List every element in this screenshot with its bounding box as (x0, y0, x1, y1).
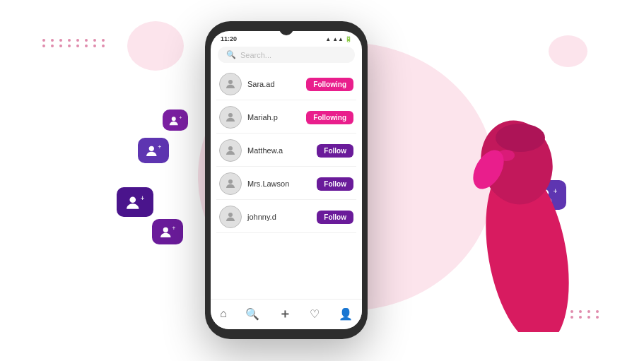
svg-point-23 (228, 213, 233, 217)
following-button[interactable]: Following (306, 111, 353, 124)
svg-point-21 (228, 146, 233, 150)
avatar (219, 206, 242, 228)
nav-add-icon[interactable]: ＋ (279, 305, 291, 322)
username: Matthew.a (247, 146, 311, 155)
user-list: Sara.ad Following Mariah.p Following (211, 69, 362, 233)
floating-bubble-2: + (163, 110, 188, 131)
user-row: Matthew.a Follow (216, 135, 356, 167)
svg-point-4 (129, 196, 136, 203)
avatar (219, 106, 242, 129)
svg-point-0 (149, 146, 154, 151)
svg-point-18 (498, 150, 515, 161)
follow-button[interactable]: Follow (317, 177, 353, 191)
phone-container: 11:20 ▲ ▲▲ 🔋 🔍 Search... (205, 21, 368, 339)
search-bar[interactable]: 🔍 Search... (218, 47, 355, 63)
status-icons: ▲ ▲▲ 🔋 (325, 36, 352, 42)
bg-blob-tl (127, 21, 184, 71)
svg-point-20 (228, 113, 233, 117)
username: Mrs.Lawson (247, 179, 311, 188)
user-row: Mariah.p Following (216, 102, 356, 134)
username: johnny.d (247, 213, 311, 221)
svg-text:+: + (172, 225, 175, 232)
user-row: Sara.ad Following (216, 69, 356, 100)
follow-button[interactable]: Follow (317, 144, 353, 158)
nav-home-icon[interactable]: ⌂ (220, 307, 227, 320)
floating-bubble-4: + (152, 219, 183, 244)
avatar (219, 73, 242, 95)
nav-heart-icon[interactable]: ♡ (310, 307, 320, 321)
floating-bubble-1: + (138, 138, 169, 163)
username: Mariah.p (247, 113, 300, 122)
dot-pattern-left (42, 39, 107, 47)
follow-button[interactable]: Follow (317, 211, 353, 224)
nav-profile-icon[interactable]: 👤 (339, 307, 353, 321)
svg-point-19 (228, 80, 233, 84)
svg-text:+: + (141, 194, 144, 202)
search-placeholder: Search... (240, 51, 271, 59)
phone-screen: 11:20 ▲ ▲▲ 🔋 🔍 Search... (211, 31, 362, 329)
svg-point-2 (172, 117, 176, 121)
floating-bubble-3: + (117, 187, 153, 217)
nav-search-icon[interactable]: 🔍 (245, 307, 259, 321)
status-time: 11:20 (221, 35, 237, 42)
svg-point-6 (163, 227, 168, 232)
phone-notch (279, 21, 293, 35)
search-icon: 🔍 (226, 50, 236, 59)
svg-point-17 (496, 124, 545, 152)
user-row: Mrs.Lawson Follow (216, 168, 356, 200)
phone-shell: 11:20 ▲ ▲▲ 🔋 🔍 Search... (205, 21, 368, 339)
following-button[interactable]: Following (306, 78, 353, 91)
avatar (219, 139, 242, 162)
svg-text:+: + (179, 115, 182, 121)
hand-illustration (404, 28, 580, 332)
username: Sara.ad (247, 80, 300, 88)
svg-point-22 (228, 179, 233, 184)
svg-text:+: + (158, 144, 161, 150)
phone-nav: ⌂ 🔍 ＋ ♡ 👤 (211, 299, 362, 329)
avatar (219, 172, 242, 195)
user-row: johnny.d Follow (216, 201, 356, 233)
